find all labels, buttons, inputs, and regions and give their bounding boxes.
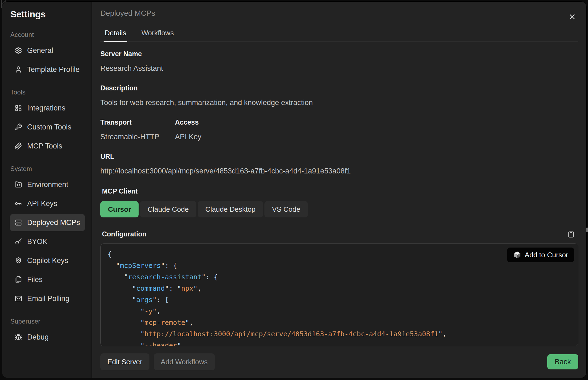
code-line: "mcp-remote", bbox=[108, 317, 571, 328]
sidebar-item-label: Custom Tools bbox=[27, 123, 71, 131]
description-label: Description bbox=[100, 84, 578, 92]
sidebar-item-copilot-keys[interactable]: Copilot Keys bbox=[10, 252, 85, 269]
section-label-account: Account bbox=[10, 31, 85, 39]
code-line: { bbox=[108, 249, 571, 260]
dialog-footer: Edit Server Add Workflows Back bbox=[100, 346, 578, 370]
code-line: "http://localhost:3000/api/mcp/serve/485… bbox=[108, 328, 571, 340]
sidebar-item-label: General bbox=[27, 46, 53, 55]
sidebar-item-integrations[interactable]: Integrations bbox=[10, 99, 85, 117]
scrollbar-thumb[interactable] bbox=[586, 227, 588, 232]
section-label-superuser: Superuser bbox=[10, 318, 85, 325]
transport-value: Streamable-HTTP bbox=[100, 133, 175, 141]
server-name-label: Server Name bbox=[100, 50, 578, 58]
sidebar-item-label: MCP Tools bbox=[27, 142, 62, 150]
mcp-client-label: MCP Client bbox=[100, 187, 578, 195]
configuration-code-block: { "mcpServers": { "research-assistant": … bbox=[100, 243, 578, 346]
configuration-json: { "mcpServers": { "research-assistant": … bbox=[108, 249, 571, 346]
settings-title: Settings bbox=[8, 8, 85, 20]
sidebar-item-label: Template Profile bbox=[27, 65, 80, 74]
nut-icon bbox=[15, 257, 22, 264]
key-icon bbox=[15, 200, 22, 207]
configuration-label: Configuration bbox=[102, 230, 146, 238]
code-line: "mcpServers": { bbox=[108, 260, 571, 271]
mcp-client-selector: CursorClaude CodeClaude DesktopVS Code bbox=[100, 201, 578, 217]
code-line: "-y", bbox=[108, 306, 571, 317]
close-button[interactable] bbox=[567, 11, 578, 22]
sidebar-item-label: Integrations bbox=[27, 104, 65, 112]
tab-details[interactable]: Details bbox=[104, 29, 127, 42]
access-value: API Key bbox=[175, 133, 578, 141]
sidebar-item-label: Copilot Keys bbox=[27, 256, 68, 265]
section-label-system: System bbox=[10, 165, 85, 173]
sidebar-item-label: Environment bbox=[27, 180, 68, 189]
tab-bar: DetailsWorkflows bbox=[100, 29, 578, 42]
sidebar-item-files[interactable]: Files bbox=[10, 271, 85, 288]
settings-dialog: Settings AccountGeneralTemplate ProfileT… bbox=[2, 2, 586, 378]
description-value: Tools for web research, summarization, a… bbox=[100, 99, 578, 107]
sidebar-item-label: Debug bbox=[27, 333, 49, 341]
settings-content: Deployed MCPs DetailsWorkflows Server Na… bbox=[92, 2, 586, 378]
wrench-icon bbox=[15, 123, 22, 131]
cursor-cube-icon bbox=[513, 251, 521, 259]
transport-access-row: Transport Streamable-HTTP Access API Key bbox=[100, 107, 578, 141]
add-to-cursor-label: Add to Cursor bbox=[525, 251, 568, 259]
sidebar-item-byok[interactable]: BYOK bbox=[10, 233, 85, 250]
sidebar-item-general[interactable]: General bbox=[10, 42, 85, 59]
bug-icon bbox=[15, 333, 22, 341]
server-name-value: Research Assistant bbox=[100, 64, 578, 73]
settings-sidebar: Settings AccountGeneralTemplate ProfileT… bbox=[2, 2, 92, 378]
url-label: URL bbox=[100, 153, 578, 160]
sidebar-item-label: API Keys bbox=[27, 199, 57, 208]
files-icon bbox=[15, 276, 22, 283]
mcp-client-option-claude-code[interactable]: Claude Code bbox=[140, 201, 196, 217]
url-value: http://localhost:3000/api/mcp/serve/4853… bbox=[100, 167, 578, 175]
access-label: Access bbox=[175, 118, 578, 126]
code-line: "research-assistant": { bbox=[108, 271, 571, 283]
sidebar-item-email-polling[interactable]: Email Polling bbox=[10, 290, 85, 307]
mail-icon bbox=[15, 295, 22, 302]
sidebar-item-api-keys[interactable]: API Keys bbox=[10, 195, 85, 212]
page-title: Deployed MCPs bbox=[100, 9, 578, 18]
sidebar-item-template-profile[interactable]: Template Profile bbox=[10, 61, 85, 78]
sidebar-item-label: BYOK bbox=[27, 237, 47, 246]
mcp-client-option-vs-code[interactable]: VS Code bbox=[264, 201, 308, 217]
mcp-client-option-cursor[interactable]: Cursor bbox=[100, 201, 139, 217]
server-icon bbox=[15, 219, 22, 226]
user-icon bbox=[15, 66, 22, 73]
back-button[interactable]: Back bbox=[547, 354, 578, 369]
sidebar-item-debug[interactable]: Debug bbox=[10, 328, 85, 346]
mcp-client-option-claude-desktop[interactable]: Claude Desktop bbox=[198, 201, 263, 217]
code-line: "args": [ bbox=[108, 294, 571, 306]
code-line: "command": "npx", bbox=[108, 283, 571, 294]
sidebar-nav: AccountGeneralTemplate ProfileToolsInteg… bbox=[8, 31, 85, 346]
gear-icon bbox=[15, 47, 22, 54]
sidebar-item-custom-tools[interactable]: Custom Tools bbox=[10, 118, 85, 136]
paperclip-icon bbox=[15, 142, 22, 150]
sidebar-item-label: Files bbox=[27, 276, 43, 284]
tab-workflows[interactable]: Workflows bbox=[140, 29, 175, 42]
section-label-tools: Tools bbox=[10, 88, 85, 96]
edit-server-button[interactable]: Edit Server bbox=[100, 353, 149, 370]
close-icon bbox=[568, 13, 576, 21]
sidebar-item-environment[interactable]: Environment bbox=[10, 176, 85, 193]
copy-configuration-button[interactable] bbox=[567, 229, 577, 239]
transport-label: Transport bbox=[100, 118, 175, 126]
add-to-cursor-button[interactable]: Add to Cursor bbox=[507, 248, 574, 262]
blocks-icon bbox=[15, 104, 22, 112]
clipboard-icon bbox=[567, 230, 577, 238]
key-round-icon bbox=[15, 238, 22, 245]
sidebar-item-mcp-tools[interactable]: MCP Tools bbox=[10, 137, 85, 155]
sidebar-item-label: Deployed MCPs bbox=[27, 218, 80, 227]
add-workflows-button[interactable]: Add Workflows bbox=[154, 353, 215, 370]
folder-code-icon bbox=[15, 181, 22, 188]
code-line: "--header" bbox=[108, 340, 571, 346]
sidebar-item-label: Email Polling bbox=[27, 294, 69, 303]
configuration-header-row: Configuration bbox=[100, 229, 578, 239]
sidebar-item-deployed-mcps[interactable]: Deployed MCPs bbox=[10, 214, 85, 231]
